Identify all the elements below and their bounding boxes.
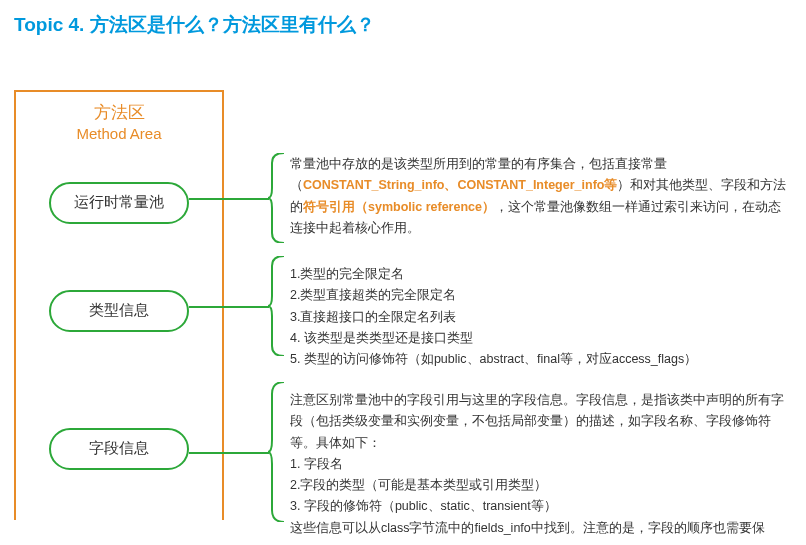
method-area-cn: 方法区 bbox=[16, 102, 222, 124]
desc1-h2: 符号引用（symbolic reference） bbox=[303, 200, 495, 214]
pill-field-info: 字段信息 bbox=[49, 428, 189, 470]
desc-type-info: 1.类型的完全限定名 2.类型直接超类的完全限定名 3.直接超接口的全限定名列表… bbox=[290, 264, 790, 370]
pill-runtime-constant-pool: 运行时常量池 bbox=[49, 182, 189, 224]
desc-runtime-constant-pool: 常量池中存放的是该类型所用到的常量的有序集合，包括直接常量（CONSTANT_S… bbox=[290, 154, 790, 239]
method-area-box: 方法区 Method Area 运行时常量池 类型信息 字段信息 bbox=[14, 90, 224, 520]
method-area-en: Method Area bbox=[16, 124, 222, 144]
desc2-l1: 1.类型的完全限定名 bbox=[290, 264, 790, 285]
desc3-t1: 注意区别常量池中的字段引用与这里的字段信息。字段信息，是指该类中声明的所有字段（… bbox=[290, 390, 790, 454]
desc2-l2: 2.类型直接超类的完全限定名 bbox=[290, 285, 790, 306]
desc1-h1: CONSTANT_String_info、CONSTANT_Integer_in… bbox=[303, 178, 617, 192]
desc3-t2: 这些信息可以从class字节流中的fields_info中找到。注意的是，字段的… bbox=[290, 518, 790, 539]
desc3-l3: 3. 字段的修饰符（public、static、transient等） bbox=[290, 496, 790, 517]
bracket-3 bbox=[268, 382, 286, 522]
connector-1 bbox=[189, 198, 269, 200]
bracket-2 bbox=[268, 256, 286, 356]
connector-3 bbox=[189, 452, 269, 454]
desc-field-info: 注意区别常量池中的字段引用与这里的字段信息。字段信息，是指该类中声明的所有字段（… bbox=[290, 390, 790, 539]
page-title: Topic 4. 方法区是什么？方法区里有什么？ bbox=[0, 0, 806, 50]
desc2-l3: 3.直接超接口的全限定名列表 bbox=[290, 307, 790, 328]
pill-type-info: 类型信息 bbox=[49, 290, 189, 332]
bracket-1 bbox=[268, 153, 286, 243]
desc2-l5: 5. 类型的访问修饰符（如public、abstract、final等，对应ac… bbox=[290, 349, 790, 370]
desc2-l4: 4. 该类型是类类型还是接口类型 bbox=[290, 328, 790, 349]
method-area-title: 方法区 Method Area bbox=[16, 102, 222, 144]
connector-2 bbox=[189, 306, 269, 308]
desc3-l1: 1. 字段名 bbox=[290, 454, 790, 475]
desc3-l2: 2.字段的类型（可能是基本类型或引用类型） bbox=[290, 475, 790, 496]
